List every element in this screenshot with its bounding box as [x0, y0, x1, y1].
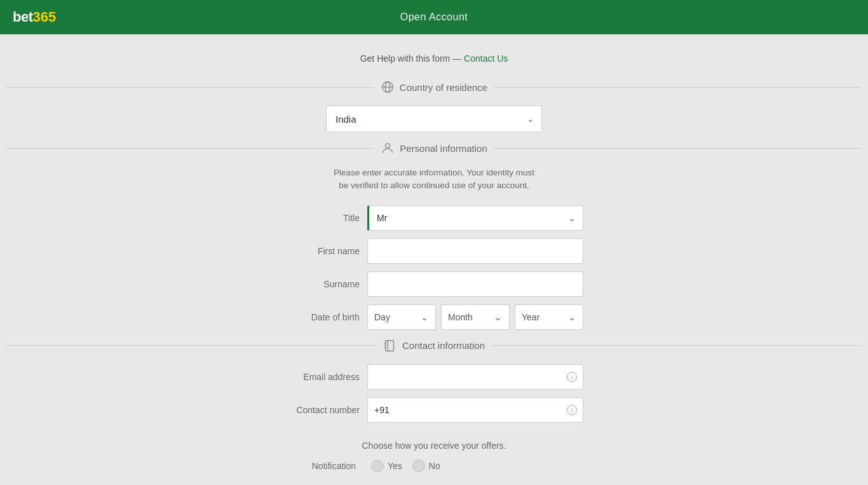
dob-year-select[interactable]: Year — [515, 304, 583, 330]
surname-row: Surname — [0, 271, 868, 297]
email-info-icon[interactable]: i — [567, 372, 577, 382]
first-name-row: First name — [0, 238, 868, 264]
country-select[interactable]: India United Kingdom Australia — [326, 106, 542, 132]
personal-section-header: Personal information — [0, 141, 868, 155]
notification-no-radio[interactable] — [412, 460, 425, 472]
title-select-wrapper: Mr Mrs Miss Ms Dr ⌄ — [367, 205, 583, 231]
surname-label: Surname — [285, 279, 367, 289]
offers-section: Choose how you receive your offers. Noti… — [0, 430, 868, 472]
title-row: Title Mr Mrs Miss Ms Dr ⌄ — [0, 205, 868, 231]
no-label: No — [429, 461, 440, 471]
dob-day-select[interactable]: Day — [367, 304, 436, 330]
help-text: Get Help with this form — — [360, 53, 462, 64]
contact-section-label: Contact information — [402, 340, 485, 351]
main-content: Get Help with this form — Contact Us Cou… — [0, 34, 868, 485]
yes-label: Yes — [388, 461, 402, 471]
notification-yes-radio[interactable] — [371, 460, 384, 472]
offers-text: Choose how you receive your offers. — [0, 441, 868, 451]
globe-icon — [381, 80, 395, 94]
dob-fields: Day ⌄ Month ⌄ Year ⌄ — [367, 304, 583, 330]
country-section-header: Country of residence — [0, 80, 868, 94]
person-icon — [381, 141, 395, 155]
dob-label: Date of birth — [285, 312, 367, 322]
contact-section-header: Contact information — [0, 339, 868, 353]
personal-info-text: Please enter accurate information. Your … — [0, 167, 868, 193]
help-bar: Get Help with this form — Contact Us — [0, 47, 868, 74]
notification-yes-option[interactable]: Yes — [371, 460, 402, 472]
logo-365: 365 — [33, 9, 57, 25]
surname-input[interactable] — [367, 271, 583, 297]
email-row: Email address i — [0, 364, 868, 390]
title-label: Title — [285, 213, 367, 223]
dob-month-select[interactable]: Month — [441, 304, 510, 330]
contact-book-icon — [383, 339, 397, 353]
page-title: Open Account — [400, 11, 468, 23]
dob-row: Date of birth Day ⌄ Month ⌄ Year ⌄ — [0, 304, 868, 330]
country-select-wrapper: India United Kingdom Australia ⌄ — [326, 106, 542, 132]
logo-bet: bet — [13, 9, 33, 25]
notification-options: Yes No — [371, 460, 587, 472]
phone-label: Contact number — [285, 405, 367, 415]
phone-info-icon[interactable]: i — [567, 405, 577, 415]
notification-no-option[interactable]: No — [412, 460, 440, 472]
contact-us-link[interactable]: Contact Us — [464, 53, 508, 64]
email-input[interactable] — [367, 364, 583, 390]
notification-label: Notification — [281, 461, 363, 471]
first-name-input[interactable] — [367, 238, 583, 264]
country-section-label: Country of residence — [400, 82, 487, 93]
title-select[interactable]: Mr Mrs Miss Ms Dr — [367, 205, 583, 231]
phone-input[interactable] — [402, 397, 583, 423]
logo: bet365 — [13, 9, 56, 25]
first-name-label: First name — [285, 246, 367, 256]
svg-rect-4 — [386, 340, 394, 351]
header: bet365 Open Account — [0, 0, 868, 34]
email-label: Email address — [285, 372, 367, 382]
phone-field-wrap: +91 i — [367, 397, 583, 423]
phone-row: Contact number +91 i — [0, 397, 868, 423]
phone-prefix: +91 — [367, 397, 402, 423]
notification-row: Notification Yes No — [0, 460, 868, 472]
personal-section-label: Personal information — [400, 143, 487, 154]
svg-point-3 — [386, 144, 390, 148]
